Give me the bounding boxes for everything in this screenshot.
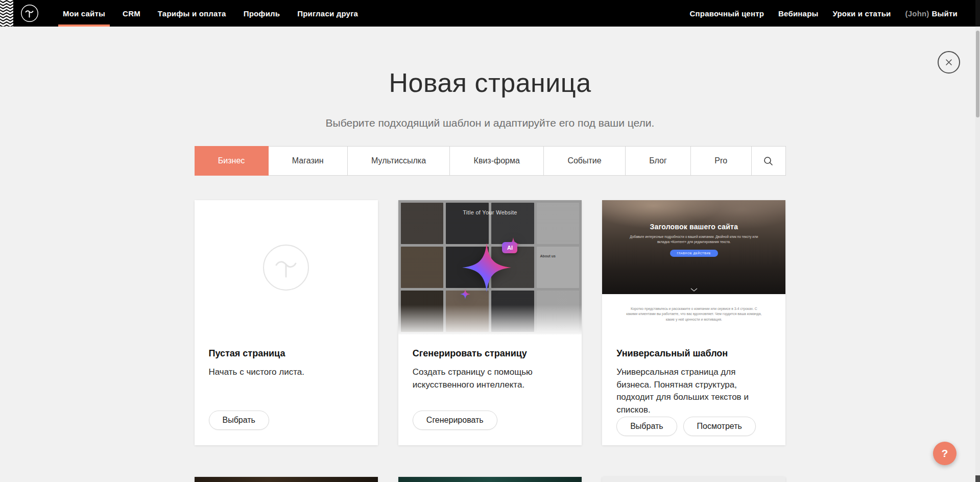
- page-title: Новая страница: [0, 68, 980, 98]
- nav-item-tariffs[interactable]: Тарифы и оплата: [149, 0, 235, 27]
- secondary-menu: Справочный центр Вебинары Уроки и статьи…: [683, 0, 965, 27]
- template-body-text: Коротко представьтесь и расскажите о ком…: [626, 306, 762, 323]
- logout-label: Выйти: [932, 9, 958, 18]
- nav-item-logout[interactable]: (John) Выйти: [898, 0, 965, 27]
- chevron-down-icon: [690, 288, 698, 292]
- new-page-dialog: Новая страница Выберите подходящий шабло…: [0, 0, 980, 482]
- ai-preview: About us Title of Your Website: [398, 200, 582, 334]
- user-name: (John): [905, 9, 929, 18]
- next-template-card-3[interactable]: [602, 477, 785, 482]
- ai-badge: AI: [502, 242, 517, 253]
- tab-multilink[interactable]: Мультиссылка: [348, 147, 450, 175]
- next-template-card-1[interactable]: [195, 477, 378, 482]
- template-hero-title: Заголовок вашего сайта: [602, 200, 785, 231]
- tilda-logo[interactable]: [20, 4, 39, 22]
- next-template-card-2[interactable]: [398, 477, 582, 482]
- card-description: Создать страницу с помощью искусственног…: [413, 366, 567, 391]
- card-blank-page[interactable]: Пустая страница Начать с чистого листа. …: [195, 200, 378, 445]
- zigzag-pattern: [0, 0, 13, 27]
- scrollbar[interactable]: [975, 0, 980, 482]
- scrollbar-top-cap: [975, 0, 980, 27]
- nav-item-my-sites[interactable]: Мои сайты: [54, 0, 114, 27]
- page-subtitle: Выберите подходящий шаблон и адаптируйте…: [0, 117, 980, 129]
- generate-button[interactable]: Сгенерировать: [413, 411, 497, 430]
- collage-title: Title of Your Website: [398, 209, 582, 215]
- nav-item-invite-friend[interactable]: Пригласи друга: [289, 0, 367, 27]
- card-title: Пустая страница: [209, 348, 364, 359]
- scrollbar-thumb[interactable]: [976, 31, 979, 117]
- card-title: Универсальный шаблон: [616, 348, 771, 359]
- card-description: Универсальная страница для бизнеса. Поня…: [616, 366, 771, 417]
- tab-event[interactable]: Событие: [544, 147, 626, 175]
- select-button[interactable]: Выбрать: [209, 411, 269, 430]
- universal-template-preview: Заголовок вашего сайта Добавьте интересн…: [602, 200, 785, 334]
- view-button[interactable]: Посмотреть: [683, 417, 756, 436]
- tilda-watermark-icon: [262, 244, 309, 291]
- tab-search[interactable]: [752, 147, 785, 175]
- template-hero-button: ГЛАВНОЕ ДЕЙСТВИЕ: [670, 250, 718, 257]
- card-title: Сгенерировать страницу: [413, 348, 567, 359]
- ai-sparkle-icon: [434, 222, 546, 314]
- nav-item-lessons[interactable]: Уроки и статьи: [826, 0, 898, 27]
- card-universal-template[interactable]: Заголовок вашего сайта Добавьте интересн…: [602, 200, 785, 445]
- close-icon: [945, 58, 953, 66]
- help-button[interactable]: ?: [933, 442, 957, 465]
- tab-business[interactable]: Бизнес: [195, 146, 269, 176]
- template-cards-row: Пустая страница Начать с чистого листа. …: [195, 200, 786, 445]
- scrollbar-down-arrow[interactable]: [975, 475, 980, 482]
- next-templates-row: [195, 477, 786, 482]
- tab-shop[interactable]: Магазин: [269, 147, 348, 175]
- nav-item-crm[interactable]: CRM: [114, 0, 149, 27]
- nav-item-profile[interactable]: Профиль: [235, 0, 289, 27]
- main-menu: Мои сайты CRM Тарифы и оплата Профиль Пр…: [54, 0, 367, 27]
- tab-blog[interactable]: Блог: [626, 147, 691, 175]
- tab-quiz-form[interactable]: Квиз-форма: [450, 147, 544, 175]
- template-hero-subtitle: Добавьте интересные подробности о вашей …: [628, 234, 760, 245]
- select-button[interactable]: Выбрать: [616, 417, 677, 436]
- template-hero: Заголовок вашего сайта Добавьте интересн…: [602, 200, 785, 294]
- close-button[interactable]: [938, 51, 960, 74]
- nav-item-webinars[interactable]: Вебинары: [771, 0, 825, 27]
- nav-item-help-center[interactable]: Справочный центр: [683, 0, 772, 27]
- card-description: Начать с чистого листа.: [209, 366, 364, 379]
- card-ai-generate[interactable]: About us Title of Your Website: [398, 200, 582, 445]
- blank-page-preview: [195, 200, 378, 334]
- top-navbar: Мои сайты CRM Тарифы и оплата Профиль Пр…: [0, 0, 980, 27]
- template-category-tabs: Бизнес Магазин Мультиссылка Квиз-форма С…: [195, 146, 786, 176]
- search-icon: [763, 156, 773, 166]
- tab-pro[interactable]: Pro: [691, 147, 751, 175]
